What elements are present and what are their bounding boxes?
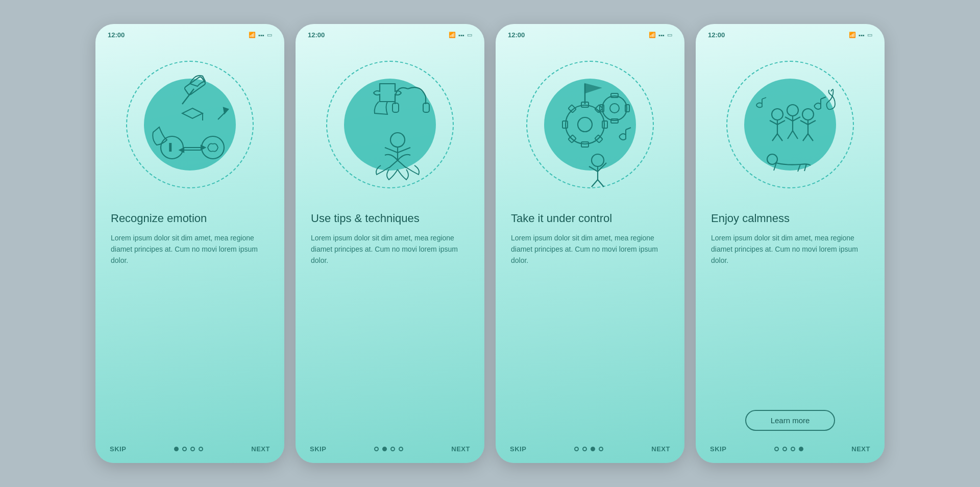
dot-4-4 [799, 447, 803, 451]
signal-icon-4: ▪▪▪ [859, 32, 865, 38]
svg-point-37 [772, 109, 783, 120]
dot-2-1 [374, 447, 379, 451]
dot-1-1 [174, 447, 179, 451]
dot-3-4 [599, 447, 603, 451]
svg-line-43 [788, 131, 793, 139]
illustration-3 [519, 53, 662, 196]
dot-3-2 [582, 447, 587, 451]
dot-1-3 [190, 447, 195, 451]
status-time-4: 12:00 [708, 31, 725, 39]
screen-enjoy-calmness: 12:00 📶 ▪▪▪ ▭ [696, 24, 885, 463]
content-area-2: Use tips & techniques Lorem ipsum dolor … [296, 206, 484, 440]
svg-marker-32 [585, 84, 600, 93]
dots-3 [574, 447, 603, 451]
svg-marker-9 [182, 108, 203, 118]
next-button-2[interactable]: NEXT [451, 445, 470, 453]
screen-title-3: Take it under control [511, 211, 669, 226]
svg-line-50 [798, 164, 800, 172]
wifi-icon-2: 📶 [449, 32, 456, 38]
dot-4-3 [791, 447, 795, 451]
wifi-icon-4: 📶 [849, 32, 856, 38]
signal-icon-2: ▪▪▪ [458, 32, 464, 38]
svg-text:i: i [169, 142, 172, 153]
battery-icon-2: ▭ [467, 32, 472, 38]
dot-3-1 [574, 447, 579, 451]
dots-1 [174, 447, 203, 451]
bottom-nav-3: SKIP NEXT [496, 440, 684, 463]
svg-line-1 [182, 89, 194, 104]
signal-icon-3: ▪▪▪ [658, 32, 665, 38]
battery-icon-3: ▭ [667, 32, 672, 38]
svg-line-39 [772, 134, 777, 141]
screen-title-2: Use tips & techniques [311, 211, 469, 226]
status-time-1: 12:00 [108, 31, 125, 39]
svg-marker-8 [180, 148, 184, 152]
next-button-1[interactable]: NEXT [251, 445, 270, 453]
status-icons-1: 📶 ▪▪▪ ▭ [249, 32, 272, 38]
svg-point-41 [787, 105, 798, 116]
illustration-4 [719, 53, 862, 196]
wifi-icon-3: 📶 [649, 32, 656, 38]
dot-1-2 [182, 447, 187, 451]
dots-4 [774, 447, 803, 451]
screen-use-tips: 12:00 📶 ▪▪▪ ▭ [296, 24, 484, 463]
content-area-4: Enjoy calmness Lorem ipsum dolor sit dim… [696, 206, 885, 440]
svg-marker-11 [224, 108, 228, 113]
svg-point-2 [161, 136, 183, 159]
screen-body-4: Lorem ipsum dolor sit dim amet, mea regi… [711, 232, 869, 403]
dots-2 [374, 447, 403, 451]
svg-point-16 [578, 117, 592, 132]
dot-2-3 [390, 447, 395, 451]
screen-title-1: Recognize emotion [111, 211, 269, 226]
illustration-area-4 [696, 43, 885, 206]
screen-take-control: 12:00 📶 ▪▪▪ ▭ [496, 24, 684, 463]
svg-point-33 [592, 154, 604, 166]
svg-rect-21 [568, 105, 576, 113]
wifi-icon-1: 📶 [249, 32, 256, 38]
svg-point-26 [610, 104, 619, 113]
battery-icon-4: ▭ [867, 32, 872, 38]
dot-4-1 [774, 447, 779, 451]
status-time-3: 12:00 [508, 31, 525, 39]
svg-point-25 [602, 96, 627, 120]
svg-line-51 [804, 164, 806, 171]
status-bar-3: 12:00 📶 ▪▪▪ ▭ [496, 24, 684, 43]
dot-3-3 [591, 447, 595, 451]
dot-2-4 [399, 447, 403, 451]
illustration-1: i [118, 53, 261, 196]
svg-rect-12 [423, 103, 429, 112]
skip-button-2[interactable]: SKIP [310, 445, 326, 453]
svg-line-44 [793, 131, 798, 139]
skip-button-3[interactable]: SKIP [510, 445, 526, 453]
dot-4-2 [782, 447, 787, 451]
svg-line-35 [592, 180, 598, 187]
status-icons-4: 📶 ▪▪▪ ▭ [849, 32, 872, 38]
svg-rect-13 [393, 103, 399, 112]
battery-icon-1: ▭ [267, 32, 272, 38]
svg-line-47 [803, 134, 808, 141]
bottom-nav-4: SKIP NEXT [696, 440, 885, 463]
next-button-4[interactable]: NEXT [851, 445, 870, 453]
next-button-3[interactable]: NEXT [651, 445, 670, 453]
illustration-2 [318, 53, 461, 196]
svg-marker-6 [201, 145, 205, 150]
status-icons-3: 📶 ▪▪▪ ▭ [649, 32, 672, 38]
skip-button-4[interactable]: SKIP [710, 445, 726, 453]
screen-body-3: Lorem ipsum dolor sit dim amet, mea regi… [511, 232, 669, 435]
skip-button-1[interactable]: SKIP [110, 445, 126, 453]
screen-body-1: Lorem ipsum dolor sit dim amet, mea regi… [111, 232, 269, 435]
svg-point-14 [390, 133, 405, 147]
illustration-area-2 [296, 43, 484, 206]
illustration-area-1: i [95, 43, 284, 206]
svg-line-48 [808, 134, 813, 141]
svg-point-45 [802, 109, 814, 120]
learn-more-button[interactable]: Learn more [745, 410, 836, 431]
content-area-3: Take it under control Lorem ipsum dolor … [496, 206, 684, 440]
dot-2-2 [382, 447, 387, 451]
dot-1-4 [199, 447, 203, 451]
bottom-nav-2: SKIP NEXT [296, 440, 484, 463]
status-icons-2: 📶 ▪▪▪ ▭ [449, 32, 472, 38]
screen-recognize-emotion: 12:00 📶 ▪▪▪ ▭ [95, 24, 284, 463]
status-bar-1: 12:00 📶 ▪▪▪ ▭ [95, 24, 284, 43]
svg-line-40 [777, 134, 782, 141]
